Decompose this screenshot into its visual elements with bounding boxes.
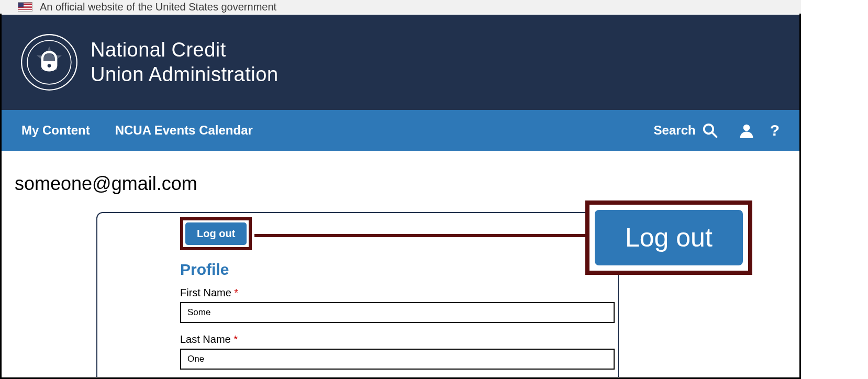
gov-banner: An official website of the United States… bbox=[0, 0, 801, 14]
logout-callout-button[interactable]: Log out bbox=[595, 210, 743, 265]
svg-point-2 bbox=[48, 64, 51, 68]
logout-highlight-box: Log out bbox=[180, 217, 252, 250]
agency-title-line2: Union Administration bbox=[91, 62, 279, 87]
logout-button[interactable]: Log out bbox=[185, 222, 247, 245]
nav-my-content[interactable]: My Content bbox=[21, 123, 90, 138]
required-indicator: * bbox=[233, 333, 238, 345]
agency-title-line1: National Credit bbox=[91, 38, 279, 63]
first-name-input[interactable] bbox=[180, 302, 615, 323]
main-nav: My Content NCUA Events Calendar Search ? bbox=[2, 110, 799, 151]
annotation-connector bbox=[254, 234, 589, 237]
site-header: National Credit Union Administration bbox=[2, 15, 799, 110]
help-icon[interactable]: ? bbox=[770, 121, 780, 139]
last-name-label: Last Name * bbox=[180, 333, 615, 345]
svg-point-5 bbox=[743, 125, 750, 131]
agency-title: National Credit Union Administration bbox=[91, 38, 279, 87]
logout-callout: Log out bbox=[585, 200, 752, 275]
last-name-label-text: Last Name bbox=[180, 333, 231, 345]
required-indicator: * bbox=[234, 287, 238, 298]
first-name-label-text: First Name bbox=[180, 287, 231, 298]
user-icon[interactable] bbox=[739, 122, 754, 138]
nav-search[interactable]: Search bbox=[654, 122, 718, 138]
svg-line-4 bbox=[711, 132, 716, 137]
profile-heading: Profile bbox=[180, 261, 615, 278]
nav-events-calendar[interactable]: NCUA Events Calendar bbox=[115, 123, 253, 138]
gov-banner-text: An official website of the United States… bbox=[40, 1, 276, 13]
search-icon bbox=[702, 122, 718, 138]
last-name-input[interactable] bbox=[180, 349, 615, 370]
nav-search-label: Search bbox=[654, 123, 696, 138]
user-email: someone@gmail.com bbox=[15, 173, 197, 195]
ncua-seal-icon bbox=[20, 34, 78, 91]
us-flag-icon bbox=[18, 2, 32, 12]
first-name-label: First Name * bbox=[180, 287, 615, 299]
profile-form: Log out Profile First Name * Last Name * bbox=[180, 217, 615, 379]
